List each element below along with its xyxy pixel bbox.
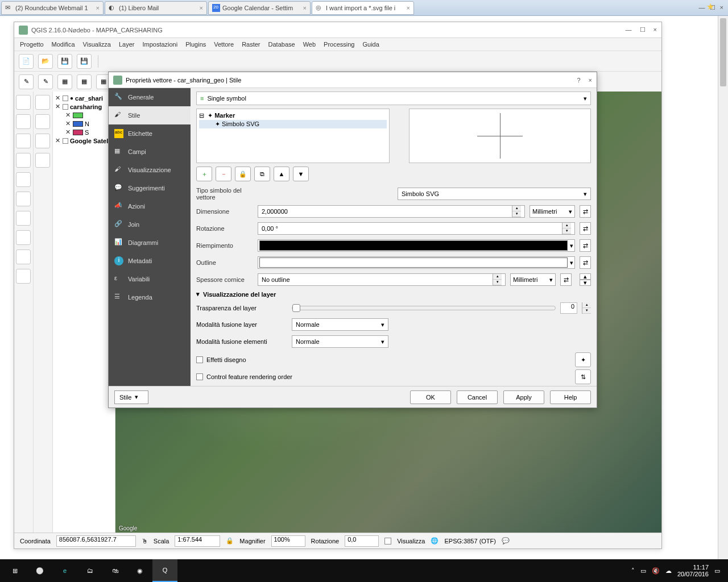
qgis-titlebar[interactable]: QGIS 2.16.0-Nødebo - MAPPA_CARSHARING — … [14,22,661,38]
blend-layer-select[interactable]: Normale▾ [292,318,388,331]
menu-item[interactable]: Database [268,41,295,48]
tool-icon[interactable] [16,114,31,129]
tool-icon[interactable] [16,95,31,110]
menu-item[interactable]: Progetto [20,41,44,48]
layer-icon[interactable]: ▦ [57,74,72,89]
onedrive-icon[interactable]: ☁ [665,567,672,575]
save-icon[interactable]: 💾 [57,54,72,69]
magnifier-input[interactable]: 100% [271,535,305,547]
close-icon[interactable]: × [303,5,307,11]
move-up-button[interactable]: ▲ [274,167,289,181]
sidebar-item-campi[interactable]: ▦Campi [109,143,191,161]
help-icon[interactable]: ? [577,77,580,84]
menu-item[interactable]: Modifica [52,41,75,48]
fill-color-input[interactable]: ▾ [258,239,575,252]
layer-row[interactable]: ✕S [55,128,113,136]
menu-item[interactable]: Processing [324,41,354,48]
blend-element-select[interactable]: Normale▾ [292,335,388,348]
save-as-icon[interactable]: 💾 [77,54,92,69]
menu-item[interactable]: Visualizza [83,41,111,48]
minimize-icon[interactable]: — [626,26,632,34]
effects-checkbox-row[interactable]: Effetti disegno ✦ [196,352,591,367]
style-menu-button[interactable]: Stile▾ [114,390,148,404]
menu-item[interactable]: Web [303,41,316,48]
sidebar-item-sugg[interactable]: 💬Suggerimenti [109,179,191,197]
globe-icon[interactable]: 🌐 [431,537,439,544]
close-icon[interactable]: × [653,26,657,34]
add-button[interactable]: ＋ [196,167,212,181]
browser-tab[interactable]: ◐(1) Libero Mail× [105,1,207,15]
tool-icon[interactable] [16,153,31,168]
menu-item[interactable]: Vettore [214,41,234,48]
sidebar-item-diagrammi[interactable]: 📊Diagrammi [109,234,191,252]
order-checkbox-row[interactable]: Control feature rendering order ⇅ [196,369,591,384]
edit-icon[interactable]: ✎ [19,74,34,89]
tree-row-selected[interactable]: ✦ Simbolo SVG [199,120,387,128]
checkbox[interactable] [196,373,203,380]
dialog-titlebar[interactable]: Proprietà vettore - car_sharing_geo | St… [109,72,597,88]
cancel-button[interactable]: Cancel [457,390,498,404]
maximize-icon[interactable]: ☐ [640,26,646,34]
data-defined-button[interactable]: ⇄ [580,239,591,252]
copy-button[interactable]: ⧉ [254,167,270,181]
tool-icon[interactable] [16,211,31,226]
sidebar-item-metadati[interactable]: iMetadati [109,252,191,270]
bookmark-star-icon[interactable]: ★ [706,1,714,12]
rotation-input[interactable]: 0,0 [345,535,379,547]
menu-item[interactable]: Plugins [185,41,206,48]
close-icon[interactable]: × [589,77,592,84]
visualize-checkbox[interactable] [384,538,391,544]
tool-icon[interactable] [16,250,31,264]
sidebar-item-variabili[interactable]: εVariabili [109,270,191,288]
data-defined-button[interactable]: ⇄ [580,222,591,235]
volume-icon[interactable]: 🔇 [652,567,660,575]
clock[interactable]: 11:17 20/07/2016 [677,564,709,577]
mouse-icon[interactable]: 🖱 [142,538,148,544]
scroll-down-button[interactable]: ▾ [580,280,591,286]
network-icon[interactable]: ▭ [640,567,646,575]
tool-icon[interactable] [35,153,50,168]
close-icon[interactable]: × [720,4,723,11]
browser-tab-active[interactable]: ◎I want import a *.svg file i× [312,1,414,15]
menu-item[interactable]: Raster [242,41,260,48]
section-header[interactable]: ▾Visualizzazione del layer [196,290,591,298]
tool-icon[interactable] [16,134,31,148]
layer-icon[interactable]: ▦ [77,74,92,89]
sidebar-item-visual[interactable]: 🖌Visualizzazione [109,161,191,179]
chevron-up-icon[interactable]: ˄ [631,567,635,575]
lock-button[interactable]: 🔒 [235,167,251,181]
qgis-taskbar-icon[interactable]: Q [152,559,177,582]
symbol-type-input[interactable]: Simbolo SVG▾ [398,188,591,200]
tool-icon[interactable] [16,192,31,206]
menu-item[interactable]: Guida [362,41,379,48]
tool-icon[interactable] [35,114,50,129]
rotation-input[interactable]: 0,00 °▴▾ [258,222,575,235]
sidebar-item-azioni[interactable]: 📣Azioni [109,197,191,215]
pencil-icon[interactable]: ✎ [38,74,53,89]
order-config-button[interactable]: ⇅ [575,369,591,384]
ok-button[interactable]: OK [410,390,451,404]
chrome-icon[interactable]: ◉ [127,559,152,582]
sidebar-item-stile[interactable]: 🖌Stile [109,106,191,124]
browser-tab[interactable]: 20Google Calendar - Settim× [208,1,311,15]
tool-icon[interactable] [35,95,50,110]
browser-scrollbar[interactable] [718,16,728,559]
symbol-tree[interactable]: ⊟ ✦ Marker ✦ Simbolo SVG [196,109,390,163]
log-icon[interactable]: 💬 [502,537,510,544]
effects-config-button[interactable]: ✦ [575,352,591,367]
notifications-icon[interactable]: ▭ [714,567,720,575]
sidebar-item-join[interactable]: 🔗Join [109,215,191,234]
symbol-type-select[interactable]: ≡ Single symbol ▾ [196,92,591,105]
data-defined-button[interactable]: ⇄ [580,205,591,218]
minimize-icon[interactable]: — [699,4,705,11]
crs-label[interactable]: EPSG:3857 (OTF) [444,538,495,544]
new-project-icon[interactable]: 📄 [19,54,34,69]
tool-icon[interactable] [16,269,31,284]
edge-icon[interactable]: e [52,559,77,582]
transparency-slider[interactable] [292,306,556,310]
layer-row[interactable]: ✕● car_shari [55,94,113,102]
layer-row[interactable]: ✕ [55,111,113,119]
lock-icon[interactable]: 🔒 [226,537,234,544]
explorer-icon[interactable]: 🗂 [77,559,102,582]
transparency-value[interactable]: 0 [560,302,577,314]
